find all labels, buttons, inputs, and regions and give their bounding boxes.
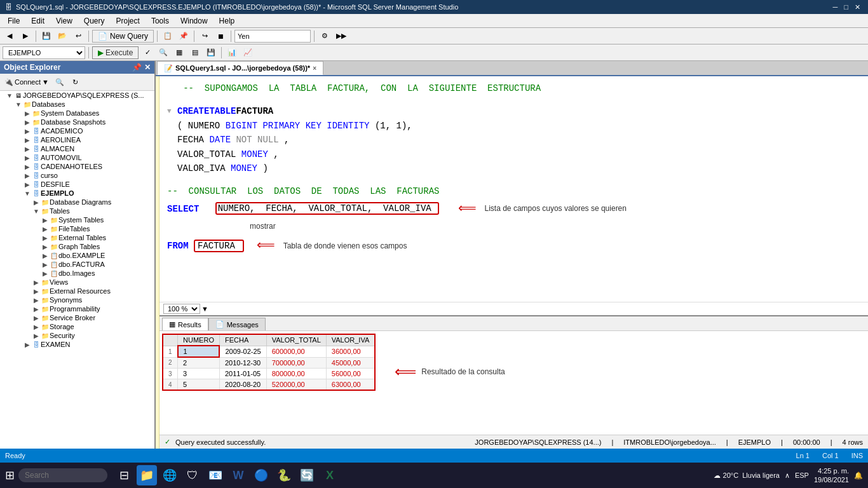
row1-numero: 1: [178, 346, 220, 357]
tree-graph-tables[interactable]: ▶ 📁 Graph Tables: [0, 242, 154, 251]
results-annotation-wrapper: ⟸ Resultado de la consulta: [395, 353, 505, 391]
tab-close-button[interactable]: ×: [313, 65, 316, 72]
include-actual-plan[interactable]: 📊: [225, 46, 239, 60]
db-desfile-label: DESFILE: [41, 180, 70, 188]
copy-button[interactable]: 📋: [161, 29, 175, 43]
check-button[interactable]: ✓: [140, 46, 154, 60]
menu-edit[interactable]: Edit: [26, 15, 50, 27]
tree-service-broker[interactable]: ▶ 📁 Service Broker: [0, 313, 154, 322]
taskbar-app-chrome[interactable]: 🌐: [159, 465, 180, 485]
tree-dbo-factura[interactable]: ▶ 📋 dbo.FACTURA: [0, 260, 154, 269]
tree-server[interactable]: ▼ 🖥 JORGEBEDOYAP\SQLEXPRESS (S...: [0, 91, 154, 100]
menu-project[interactable]: Project: [111, 15, 145, 27]
tree-db-academico[interactable]: ▶ 🗄 ACADEMICO: [0, 126, 154, 135]
tree-db-examen[interactable]: ▶ 🗄 EXAMEN: [0, 340, 154, 349]
tree-dbo-images[interactable]: ▶ 📋 dbo.Images: [0, 269, 154, 278]
tree-tables[interactable]: ▼ 📁 Tables: [0, 207, 154, 215]
query-tab[interactable]: 📝 SQLQuery1.sql - JO...\jorgebedoya (58)…: [157, 61, 323, 75]
oe-close-icon[interactable]: ✕: [144, 63, 151, 72]
taskbar-app-shield[interactable]: 🛡: [182, 465, 203, 485]
tree-db-snapshots[interactable]: ▶ 📁 Database Snapshots: [0, 118, 154, 126]
new-query-button[interactable]: 📄 New Query: [92, 30, 154, 43]
execute-button[interactable]: ▶ Execute: [92, 46, 139, 59]
undo-button[interactable]: ↩: [71, 29, 85, 43]
close-paren: ): [262, 163, 268, 173]
taskbar-app-word[interactable]: W: [228, 465, 248, 485]
forward-button[interactable]: ▶: [18, 29, 32, 43]
result-row-1: 1 1 2009-02-25 600000,00 36000,00: [163, 346, 375, 357]
tree-db-aerolinea[interactable]: ▶ 🗄 AEROLINEA: [0, 135, 154, 144]
solution-selector[interactable]: [234, 30, 311, 43]
code-editor[interactable]: -- SUPONGAMOS LA TABLA FACTURA, CON LA S…: [159, 76, 868, 302]
messages-tab[interactable]: 📄 Messages: [208, 318, 266, 330]
results-table: NUMERO FECHA VALOR_TOTAL VALOR_IVA: [162, 334, 376, 391]
tree-storage[interactable]: ▶ 📁 Storage: [0, 322, 154, 331]
client-stats-button[interactable]: 📈: [241, 46, 255, 60]
tree-system-databases[interactable]: ▶ 📁 System Databases: [0, 109, 154, 118]
pin-icon[interactable]: 📌: [132, 63, 142, 72]
database-selector[interactable]: EJEMPLO: [3, 46, 85, 59]
results-tab[interactable]: ▦ Results: [162, 318, 208, 330]
tree-db-automovil[interactable]: ▶ 🗄 AUTOMOVIL: [0, 153, 154, 162]
tree-db-cadenahoteles[interactable]: ▶ 🗄 CADENAHOTELES: [0, 162, 154, 171]
tree-external-resources[interactable]: ▶ 📁 External Resources: [0, 287, 154, 295]
taskbar-app-email[interactable]: 📧: [205, 465, 226, 485]
graphtables-expand: ▶: [41, 243, 50, 250]
db-automovil-expand: ▶: [23, 154, 32, 161]
tree-synonyms[interactable]: ▶ 📁 Synonyms: [0, 295, 154, 304]
tree-db-desfile[interactable]: ▶ 🗄 DESFILE: [0, 180, 154, 189]
results-grid-button[interactable]: ▦: [172, 46, 186, 60]
taskbar-app-excel[interactable]: X: [320, 465, 340, 485]
tree-security[interactable]: ▶ 📁 Security: [0, 331, 154, 340]
taskbar-expand[interactable]: ∧: [785, 471, 790, 480]
taskbar-notification[interactable]: 🔔: [854, 471, 863, 480]
minimize-button[interactable]: ─: [831, 3, 841, 11]
tree-db-curso[interactable]: ▶ 🗄 curso: [0, 171, 154, 180]
oe-filter-button[interactable]: 🔍: [53, 75, 67, 89]
connect-button[interactable]: 🔌 Connect ▼: [3, 78, 51, 87]
col-valor-iva: VALOR_IVA: [326, 334, 375, 346]
menu-tools[interactable]: Tools: [146, 15, 174, 27]
synonyms-expand: ▶: [32, 297, 41, 304]
tree-dbo-example[interactable]: ▶ 📋 dbo.EXAMPLE: [0, 251, 154, 260]
taskbar-app-explorer[interactable]: 📁: [137, 465, 157, 485]
taskbar-app-update[interactable]: 🔄: [297, 465, 317, 485]
parse-button[interactable]: 🔍: [156, 46, 170, 60]
results-file-button[interactable]: 💾: [204, 46, 218, 60]
taskbar-app-python[interactable]: 🐍: [274, 465, 294, 485]
tree-db-almacen[interactable]: ▶ 🗄 ALMACEN: [0, 144, 154, 153]
tree-databases[interactable]: ▼ 📁 Databases: [0, 100, 154, 109]
query-tab-label: SQLQuery1.sql - JO...\jorgebedoya (58))*: [175, 64, 310, 72]
db-ejemplo-label: EJEMPLO: [41, 189, 74, 197]
taskbar-app-edge[interactable]: 🔵: [251, 465, 271, 485]
taskbar-search-input[interactable]: [18, 468, 107, 482]
tree-db-ejemplo[interactable]: ▼ 🗄 EJEMPLO: [0, 189, 154, 198]
save-button[interactable]: 💾: [39, 29, 53, 43]
start-button[interactable]: ⊞: [5, 468, 15, 482]
menu-help[interactable]: Help: [214, 15, 240, 27]
maximize-button[interactable]: □: [841, 3, 851, 11]
tree-programmability[interactable]: ▶ 📁 Programmability: [0, 304, 154, 313]
stop-button[interactable]: ⏹: [214, 29, 227, 43]
debug-button[interactable]: ▶▶: [334, 29, 349, 43]
gear-button[interactable]: ⚙: [318, 29, 332, 43]
db-ejemplo-expand: ▼: [23, 190, 32, 197]
zoom-selector[interactable]: 100 %: [163, 304, 200, 314]
oe-refresh-button[interactable]: ↻: [69, 75, 83, 89]
paste-button[interactable]: 📌: [177, 29, 191, 43]
open-button[interactable]: 📂: [55, 29, 69, 43]
tree-filetables[interactable]: ▶ 📁 FileTables: [0, 224, 154, 233]
menu-file[interactable]: File: [3, 15, 25, 27]
menu-view[interactable]: View: [51, 15, 78, 27]
redo-button[interactable]: ↪: [198, 29, 212, 43]
taskbar-app-taskview[interactable]: ⊟: [114, 465, 134, 485]
tree-system-tables[interactable]: ▶ 📁 System Tables: [0, 215, 154, 224]
menu-query[interactable]: Query: [79, 15, 110, 27]
results-text-button[interactable]: ▤: [188, 46, 202, 60]
close-button[interactable]: ✕: [852, 3, 863, 11]
tree-views[interactable]: ▶ 📁 Views: [0, 278, 154, 287]
tree-external-tables[interactable]: ▶ 📁 External Tables: [0, 233, 154, 242]
menu-window[interactable]: Window: [175, 15, 213, 27]
back-button[interactable]: ◀: [3, 29, 17, 43]
tree-db-diagrams[interactable]: ▶ 📁 Database Diagrams: [0, 198, 154, 207]
